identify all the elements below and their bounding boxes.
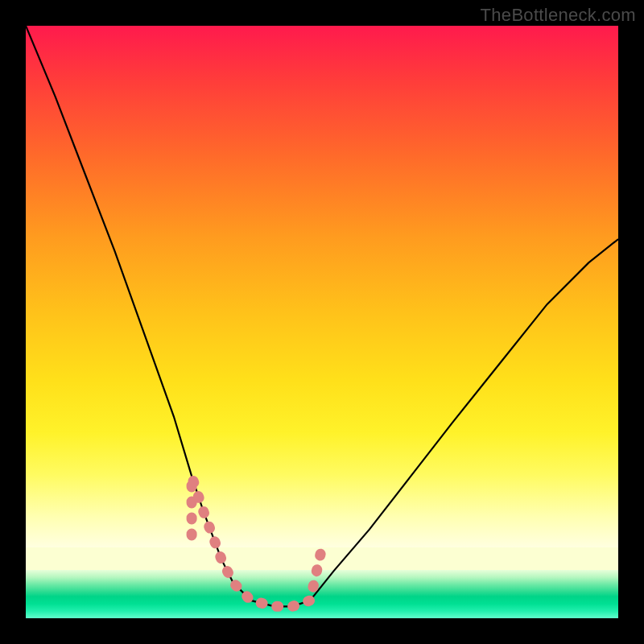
- valley-marker: [192, 476, 322, 606]
- bottleneck-curve: [26, 26, 618, 606]
- watermark-label: TheBottleneck.com: [481, 5, 636, 26]
- curve-layer: [26, 26, 618, 618]
- plot-area: [26, 26, 618, 618]
- chart-frame: TheBottleneck.com: [0, 0, 644, 644]
